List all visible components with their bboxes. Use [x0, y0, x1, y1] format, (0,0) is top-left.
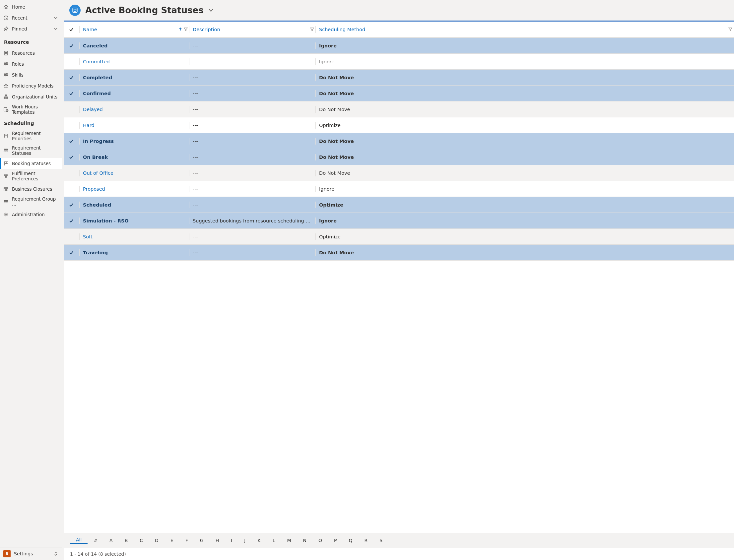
alpha-letter[interactable]: O — [312, 538, 328, 543]
table-row[interactable]: Soft---Optimize — [64, 229, 734, 245]
row-select[interactable] — [64, 234, 79, 239]
cell-description: --- — [189, 43, 315, 48]
row-select[interactable] — [64, 139, 79, 144]
cell-name[interactable]: Confirmed — [80, 91, 189, 96]
nav-item[interactable]: Roles — [0, 58, 62, 69]
alpha-letter[interactable]: S — [374, 538, 389, 543]
nav-item[interactable]: Organizational Units — [0, 91, 62, 102]
table-row[interactable]: Hard---Optimize — [64, 117, 734, 133]
row-select[interactable] — [64, 91, 79, 96]
grid-body[interactable]: Canceled---IgnoreCommitted---IgnoreCompl… — [64, 38, 734, 533]
cell-name[interactable]: Hard — [80, 123, 189, 128]
table-row[interactable]: Committed---Ignore — [64, 54, 734, 70]
chevron-down-icon — [53, 15, 58, 21]
table-row[interactable]: Confirmed---Do Not Move — [64, 86, 734, 101]
table-row[interactable]: Proposed---Ignore — [64, 181, 734, 197]
cell-name[interactable]: Scheduled — [80, 202, 189, 208]
alpha-letter[interactable]: # — [88, 538, 103, 543]
view-selector[interactable]: Active Booking Statuses — [85, 5, 214, 15]
cell-name[interactable]: Soft — [80, 234, 189, 239]
row-select[interactable] — [64, 107, 79, 112]
nav-item[interactable]: Resources — [0, 47, 62, 58]
cell-description: --- — [189, 139, 315, 144]
nav-item[interactable]: Administration — [0, 209, 62, 220]
alpha-letter[interactable]: N — [297, 538, 312, 543]
alpha-letter[interactable]: R — [358, 538, 374, 543]
table-row[interactable]: Canceled---Ignore — [64, 38, 734, 54]
col-header-name[interactable]: Name — [80, 27, 189, 32]
chevron-down-icon — [208, 7, 214, 13]
cell-method: Do Not Move — [316, 75, 734, 80]
nav-pinned[interactable]: Pinned — [0, 23, 62, 34]
table-row[interactable]: Completed---Do Not Move — [64, 70, 734, 86]
table-row[interactable]: On Break---Do Not Move — [64, 149, 734, 165]
area-switcher[interactable]: S Settings — [0, 547, 62, 560]
cell-name[interactable]: On Break — [80, 155, 189, 160]
cell-name[interactable]: Simulation - RSO — [80, 218, 189, 223]
nav-item[interactable]: Work Hours Templates — [0, 102, 62, 117]
table-row[interactable]: In Progress---Do Not Move — [64, 133, 734, 149]
svg-point-15 — [7, 175, 8, 176]
table-row[interactable]: Scheduled---Optimize — [64, 197, 734, 213]
nav-home[interactable]: Home — [0, 1, 62, 12]
row-select[interactable] — [64, 202, 79, 208]
alpha-letter[interactable]: J — [238, 538, 251, 543]
col-header-description[interactable]: Description — [189, 27, 315, 32]
alpha-letter[interactable]: D — [149, 538, 164, 543]
row-select[interactable] — [64, 170, 79, 176]
cell-name[interactable]: Traveling — [80, 250, 189, 255]
cell-name[interactable]: Delayed — [80, 107, 189, 112]
cell-description: Suggested bookings from resource schedul… — [189, 218, 315, 223]
alpha-letter[interactable]: M — [281, 538, 297, 543]
row-select[interactable] — [64, 250, 79, 255]
nav-label: Administration — [12, 212, 45, 217]
col-header-method[interactable]: Scheduling Method — [316, 27, 734, 32]
table-row[interactable]: Simulation - RSOSuggested bookings from … — [64, 213, 734, 229]
cell-name[interactable]: Canceled — [80, 43, 189, 48]
row-select[interactable] — [64, 218, 79, 223]
nav-item[interactable]: Requirement Group … — [0, 194, 62, 209]
alpha-letter[interactable]: H — [210, 538, 225, 543]
row-select[interactable] — [64, 186, 79, 192]
table-row[interactable]: Delayed---Do Not Move — [64, 101, 734, 117]
nav-label: Requirement Priorities — [12, 131, 58, 141]
nav-item[interactable]: Requirement Statuses — [0, 143, 62, 158]
cell-name[interactable]: In Progress — [80, 139, 189, 144]
nav-item[interactable]: Requirement Priorities — [0, 129, 62, 143]
nav-label: Fulfillment Preferences — [12, 171, 58, 181]
row-select[interactable] — [64, 155, 79, 160]
alpha-letter[interactable]: F — [179, 538, 194, 543]
row-select[interactable] — [64, 75, 79, 80]
alpha-letter[interactable]: P — [328, 538, 342, 543]
alpha-letter[interactable]: Q — [343, 538, 358, 543]
checkmark-icon — [69, 250, 74, 255]
alpha-letter[interactable]: G — [194, 538, 210, 543]
alpha-letter[interactable]: I — [225, 538, 238, 543]
nav-item[interactable]: Fulfillment Preferences — [0, 169, 62, 183]
roles-icon — [3, 61, 9, 67]
nav-item[interactable]: Proficiency Models — [0, 80, 62, 91]
table-row[interactable]: Out of Office---Do Not Move — [64, 165, 734, 181]
alpha-letter[interactable]: K — [251, 538, 266, 543]
alpha-letter[interactable]: L — [267, 538, 281, 543]
nav-item[interactable]: Business Closures — [0, 183, 62, 194]
alpha-letter[interactable]: B — [119, 538, 134, 543]
table-row[interactable]: Traveling---Do Not Move — [64, 245, 734, 261]
nav-item[interactable]: Booking Statuses — [0, 158, 62, 169]
cell-method: Do Not Move — [316, 250, 734, 255]
cell-name[interactable]: Committed — [80, 59, 189, 64]
alpha-letter[interactable]: All — [70, 537, 88, 544]
nav-item[interactable]: Skills — [0, 69, 62, 80]
row-select[interactable] — [64, 123, 79, 128]
row-select[interactable] — [64, 43, 79, 48]
alpha-letter[interactable]: A — [103, 538, 119, 543]
select-all-checkbox[interactable] — [64, 27, 79, 32]
cell-name[interactable]: Completed — [80, 75, 189, 80]
cell-description: --- — [189, 250, 315, 255]
nav-recent[interactable]: Recent — [0, 12, 62, 23]
cell-name[interactable]: Proposed — [80, 186, 189, 192]
alpha-letter[interactable]: C — [134, 538, 149, 543]
row-select[interactable] — [64, 59, 79, 64]
cell-name[interactable]: Out of Office — [80, 170, 189, 176]
alpha-letter[interactable]: E — [164, 538, 179, 543]
